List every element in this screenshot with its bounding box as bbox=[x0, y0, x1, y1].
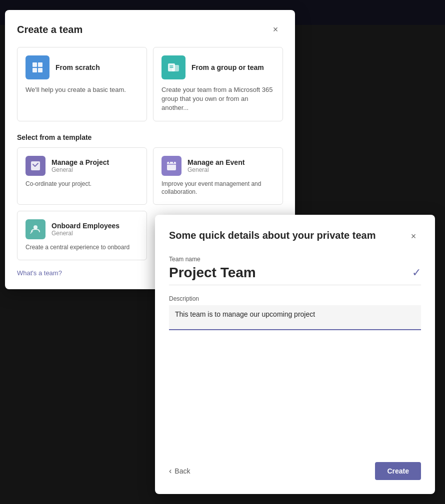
onboard-employees-template[interactable]: Onboard Employees General Create a centr… bbox=[17, 211, 147, 260]
manage-project-info: Manage a Project General bbox=[52, 158, 109, 173]
manage-project-category: General bbox=[52, 166, 109, 173]
from-group-icon bbox=[162, 55, 186, 79]
quick-details-close-button[interactable]: × bbox=[406, 229, 421, 244]
template-section-title: Select from a template bbox=[17, 133, 283, 141]
svg-rect-1 bbox=[38, 62, 42, 67]
check-icon: ✓ bbox=[412, 266, 421, 279]
qd-header: Some quick details about your private te… bbox=[169, 229, 421, 244]
onboard-employees-info: Onboard Employees General bbox=[52, 222, 120, 237]
team-name-field: Project Team ✓ bbox=[169, 265, 421, 285]
manage-event-icon bbox=[162, 156, 182, 176]
options-grid: From scratch We'll help you create a bas… bbox=[17, 47, 283, 121]
qd-actions: ‹ Back Create bbox=[169, 462, 421, 480]
from-group-header: From a group or team bbox=[162, 55, 274, 79]
manage-project-header: Manage a Project General bbox=[26, 156, 138, 176]
create-button[interactable]: Create bbox=[375, 462, 421, 480]
from-group-title: From a group or team bbox=[192, 63, 264, 71]
svg-rect-3 bbox=[38, 68, 42, 72]
create-team-close-button[interactable]: × bbox=[268, 22, 283, 37]
manage-event-header: Manage an Event General bbox=[162, 156, 274, 176]
back-button[interactable]: ‹ Back bbox=[169, 467, 190, 476]
back-label: Back bbox=[174, 467, 190, 475]
manage-project-desc: Co-ordinate your project. bbox=[26, 180, 138, 188]
onboard-employees-title: Onboard Employees bbox=[52, 222, 120, 230]
manage-event-template[interactable]: Manage an Event General Improve your eve… bbox=[153, 147, 283, 205]
manage-project-icon bbox=[26, 156, 46, 176]
qd-title: Some quick details about your private te… bbox=[169, 229, 376, 242]
onboard-employees-desc: Create a central experience to onboard bbox=[26, 243, 138, 252]
manage-event-category: General bbox=[188, 166, 244, 173]
back-arrow-icon: ‹ bbox=[169, 467, 172, 476]
manage-project-template[interactable]: Manage a Project General Co-ordinate you… bbox=[17, 147, 147, 205]
onboard-employees-category: General bbox=[52, 230, 120, 237]
manage-event-desc: Improve your event management and collab… bbox=[162, 180, 274, 197]
description-input[interactable] bbox=[169, 305, 421, 330]
svg-rect-7 bbox=[167, 162, 176, 170]
from-scratch-header: From scratch bbox=[26, 55, 138, 79]
quick-details-modal: Some quick details about your private te… bbox=[155, 215, 435, 494]
team-name-value: Project Team bbox=[169, 265, 256, 281]
from-scratch-icon bbox=[26, 55, 50, 79]
svg-rect-0 bbox=[32, 62, 37, 67]
from-scratch-option[interactable]: From scratch We'll help you create a bas… bbox=[17, 47, 147, 121]
onboard-employees-icon bbox=[26, 219, 46, 239]
from-scratch-title: From scratch bbox=[56, 63, 100, 71]
whats-team-link[interactable]: What's a team? bbox=[17, 269, 62, 277]
svg-point-8 bbox=[34, 225, 38, 229]
from-group-desc: Create your team from a Microsoft 365 gr… bbox=[162, 85, 274, 113]
modal-header: Create a team × bbox=[17, 22, 283, 37]
from-scratch-desc: We'll help you create a basic team. bbox=[26, 85, 138, 94]
team-name-label: Team name bbox=[169, 256, 421, 263]
manage-event-info: Manage an Event General bbox=[188, 158, 244, 173]
manage-event-title: Manage an Event bbox=[188, 158, 244, 166]
svg-rect-2 bbox=[32, 68, 37, 72]
manage-project-title: Manage a Project bbox=[52, 158, 109, 166]
from-group-option[interactable]: From a group or team Create your team fr… bbox=[153, 47, 283, 121]
description-label: Description bbox=[169, 295, 421, 302]
onboard-employees-header: Onboard Employees General bbox=[26, 219, 138, 239]
modal-title: Create a team bbox=[17, 24, 82, 35]
